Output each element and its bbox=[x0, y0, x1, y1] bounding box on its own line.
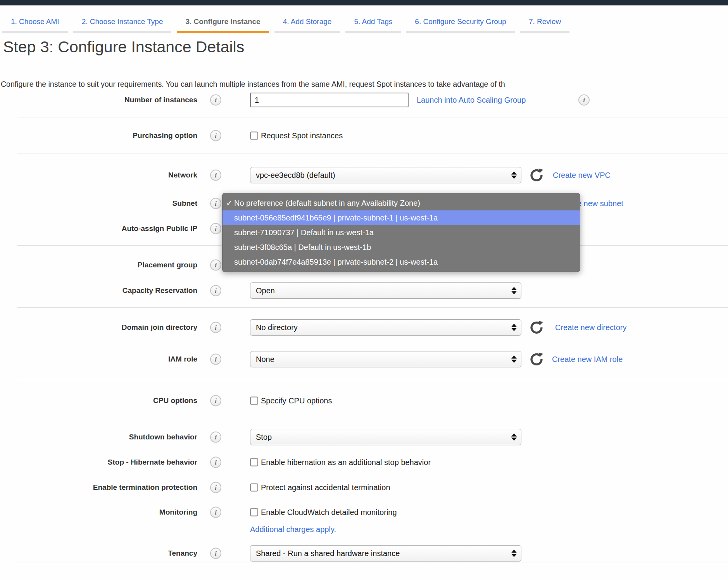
create-new-vpc-link[interactable]: Create new VPC bbox=[553, 171, 611, 180]
cpu-options-label: CPU options bbox=[0, 396, 197, 405]
tab-review[interactable]: 7. Review bbox=[520, 17, 569, 33]
select-arrows-icon bbox=[511, 550, 517, 557]
request-spot-instances-checkbox[interactable]: Request Spot instances bbox=[250, 131, 343, 140]
info-icon[interactable]: i bbox=[210, 170, 221, 181]
checkmark-spacer bbox=[223, 240, 234, 255]
info-icon[interactable]: i bbox=[210, 395, 221, 406]
subnet-option[interactable]: subnet-056e85edf941b65e9 | private-subne… bbox=[223, 210, 580, 225]
checkbox-box[interactable] bbox=[250, 484, 258, 492]
subnet-option[interactable]: subnet-0dab74f7e4a85913e | private-subne… bbox=[223, 255, 580, 269]
network-select[interactable]: vpc-ee3ecd8b (default) bbox=[250, 167, 521, 183]
specify-cpu-options-checkbox[interactable]: Specify CPU options bbox=[250, 396, 332, 405]
capacity-reservation-label: Capacity Reservation bbox=[0, 286, 197, 295]
select-arrows-icon bbox=[511, 172, 517, 179]
create-new-directory-link[interactable]: Create new directory bbox=[555, 323, 627, 332]
checkbox-box[interactable] bbox=[250, 508, 258, 517]
refresh-icon[interactable] bbox=[529, 167, 544, 183]
page-title: Step 3: Configure Instance Details bbox=[3, 38, 244, 56]
refresh-icon[interactable] bbox=[529, 351, 544, 367]
checkmark-spacer bbox=[223, 225, 234, 240]
tab-configure-security-group[interactable]: 6. Configure Security Group bbox=[406, 17, 515, 33]
subnet-option-label: No preference (default subnet in any Ava… bbox=[234, 196, 420, 210]
domain-join-directory-label: Domain join directory bbox=[0, 323, 197, 332]
domain-join-directory-select-value: No directory bbox=[256, 323, 298, 332]
subnet-option[interactable]: subnet-71090737 | Default in us-west-1a bbox=[223, 225, 580, 240]
info-icon[interactable]: i bbox=[210, 507, 221, 518]
iam-role-label: IAM role bbox=[0, 355, 197, 363]
info-icon[interactable]: i bbox=[210, 223, 221, 234]
tenancy-select[interactable]: Shared - Run a shared hardware instance bbox=[250, 545, 521, 561]
subnet-option-label: subnet-71090737 | Default in us-west-1a bbox=[234, 225, 374, 240]
page-description: Configure the instance to suit your requ… bbox=[1, 80, 728, 89]
checkbox-label: Enable hibernation as an additional stop… bbox=[261, 458, 431, 467]
wizard-step-tabs: 1. Choose AMI2. Choose Instance Type3. C… bbox=[0, 5, 728, 33]
refresh-icon[interactable] bbox=[529, 320, 544, 335]
capacity-reservation-select-value: Open bbox=[256, 286, 275, 295]
row-stop-hibernate-behavior: Stop - Hibernate behavior i Enable hiber… bbox=[0, 454, 728, 471]
row-iam-role: IAM role i None Create new IAM role bbox=[0, 351, 728, 368]
subnet-label: Subnet bbox=[0, 199, 197, 208]
capacity-reservation-select[interactable]: Open bbox=[250, 282, 521, 299]
info-icon[interactable]: i bbox=[578, 95, 590, 106]
tab-configure-instance[interactable]: 3. Configure Instance bbox=[177, 17, 269, 33]
info-icon[interactable]: i bbox=[210, 432, 221, 443]
launch-into-auto-scaling-group-link[interactable]: Launch into Auto Scaling Group bbox=[417, 96, 526, 105]
divider bbox=[17, 153, 728, 153]
info-icon[interactable]: i bbox=[210, 322, 221, 333]
checkbox-label: Specify CPU options bbox=[261, 396, 332, 405]
shutdown-behavior-select[interactable]: Stop bbox=[250, 429, 521, 445]
row-monitoring: Monitoring i Enable CloudWatch detailed … bbox=[0, 504, 728, 521]
info-icon[interactable]: i bbox=[210, 198, 221, 209]
termination-protection-label: Enable termination protection bbox=[0, 483, 197, 492]
checkbox-box[interactable] bbox=[250, 397, 258, 405]
info-icon[interactable]: i bbox=[210, 457, 221, 468]
info-icon[interactable]: i bbox=[210, 548, 221, 559]
select-arrows-icon bbox=[511, 287, 517, 294]
number-of-instances-input[interactable] bbox=[250, 93, 409, 107]
divider bbox=[17, 380, 728, 380]
checkmark-spacer bbox=[223, 255, 234, 269]
info-icon[interactable]: i bbox=[210, 260, 221, 271]
subnet-option[interactable]: ✓No preference (default subnet in any Av… bbox=[223, 196, 580, 210]
info-icon[interactable]: i bbox=[210, 130, 221, 141]
additional-charges-apply-link[interactable]: Additional charges apply. bbox=[250, 525, 336, 534]
divider bbox=[17, 117, 728, 117]
checkmark-icon: ✓ bbox=[223, 196, 234, 210]
subnet-option[interactable]: subnet-3f08c65a | Default in us-west-1b bbox=[223, 240, 580, 255]
checkbox-label: Request Spot instances bbox=[261, 131, 343, 140]
checkmark-spacer bbox=[223, 210, 234, 225]
iam-role-select[interactable]: None bbox=[250, 351, 521, 367]
checkbox-box[interactable] bbox=[250, 458, 258, 467]
subnet-option-label: subnet-3f08c65a | Default in us-west-1b bbox=[234, 240, 371, 255]
info-icon[interactable]: i bbox=[210, 354, 221, 365]
tab-add-tags[interactable]: 5. Add Tags bbox=[345, 17, 401, 33]
tab-choose-instance-type[interactable]: 2. Choose Instance Type bbox=[73, 17, 172, 33]
info-icon[interactable]: i bbox=[210, 95, 221, 106]
tenancy-label: Tenancy bbox=[0, 549, 197, 558]
row-termination-protection: Enable termination protection i Protect … bbox=[0, 479, 728, 496]
cloudwatch-monitoring-checkbox[interactable]: Enable CloudWatch detailed monitoring bbox=[250, 508, 397, 517]
enable-hibernation-checkbox[interactable]: Enable hibernation as an additional stop… bbox=[250, 458, 431, 467]
info-icon[interactable]: i bbox=[210, 482, 221, 493]
select-arrows-icon bbox=[511, 324, 517, 331]
create-new-iam-role-link[interactable]: Create new IAM role bbox=[552, 355, 623, 364]
checkbox-box[interactable] bbox=[250, 132, 258, 140]
tab-add-storage[interactable]: 4. Add Storage bbox=[274, 17, 340, 33]
termination-protection-checkbox[interactable]: Protect against accidental termination bbox=[250, 483, 390, 492]
row-tenancy: Tenancy i Shared - Run a shared hardware… bbox=[0, 545, 728, 562]
row-capacity-reservation: Capacity Reservation i Open bbox=[0, 282, 728, 299]
shutdown-behavior-label: Shutdown behavior bbox=[0, 433, 197, 441]
tab-choose-ami[interactable]: 1. Choose AMI bbox=[2, 17, 68, 33]
network-label: Network bbox=[0, 171, 197, 179]
select-arrows-icon bbox=[511, 356, 517, 363]
monitoring-label: Monitoring bbox=[0, 508, 197, 517]
domain-join-directory-select[interactable]: No directory bbox=[250, 319, 521, 336]
divider bbox=[17, 563, 728, 563]
shutdown-behavior-select-value: Stop bbox=[256, 433, 272, 442]
subnet-option-label: subnet-056e85edf941b65e9 | private-subne… bbox=[234, 210, 438, 225]
select-arrows-icon bbox=[511, 434, 517, 441]
info-icon[interactable]: i bbox=[210, 285, 221, 296]
stop-hibernate-behavior-label: Stop - Hibernate behavior bbox=[0, 458, 197, 467]
divider bbox=[17, 307, 728, 308]
ec2-launch-wizard-screen: 1. Choose AMI2. Choose Instance Type3. C… bbox=[0, 0, 728, 582]
